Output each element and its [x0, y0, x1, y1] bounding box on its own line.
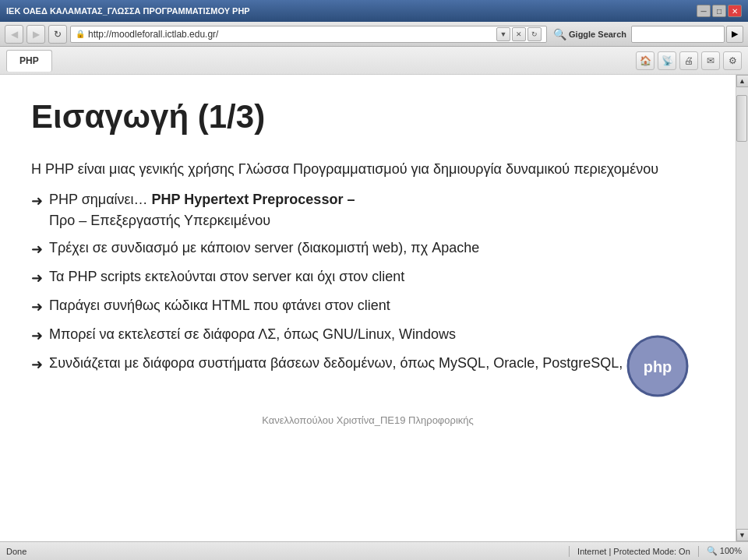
refresh-button[interactable]: ↻	[48, 25, 67, 44]
minimize-button[interactable]: ─	[697, 5, 711, 17]
address-buttons: ▼ ✕ ↻	[496, 27, 542, 41]
main-area: Εισαγωγή (1/3) Η PHP είναι μιας γενικής …	[0, 75, 748, 541]
status-zoom: 🔍 100%	[707, 546, 742, 556]
list-item: ➜ Παράγει συνήθως κώδικα HTML που φτάνει…	[31, 295, 704, 318]
list-item: ➜ Τρέχει σε συνδιασμό με κάποιον server …	[31, 238, 704, 260]
settings-button[interactable]: ⚙	[723, 51, 742, 70]
status-separator-1	[569, 546, 570, 557]
php-logo: php	[626, 335, 689, 397]
search-engine-label: 🔍 Giggle Search	[550, 28, 630, 41]
title-bar-text: ΙΕΚ ΟΑΕΔ ΚΑΛΑΜΑΤΑΣ_ΓΛΩΣΣΑ ΠΡΟΓΡΑΜΜΑΤΙΣΜΟ…	[6, 6, 697, 16]
address-clear-button[interactable]: ✕	[512, 27, 526, 41]
mail-button[interactable]: ✉	[701, 51, 720, 70]
status-protection: Internet | Protected Mode: On	[577, 547, 690, 556]
scroll-thumb[interactable]	[736, 95, 747, 142]
content-body: Η PHP είναι μιας γενικής χρήσης Γλώσσα Π…	[31, 159, 704, 428]
intro-paragraph: Η PHP είναι μιας γενικής χρήσης Γλώσσα Π…	[31, 159, 704, 180]
item-text-2: Τρέχει σε συνδιασμό με κάποιον server (δ…	[49, 238, 479, 259]
rss-button[interactable]: 📡	[658, 51, 676, 70]
nav-bar: ◀ ▶ ↻ 🔒 http://moodleforall.ictlab.edu.g…	[0, 22, 748, 47]
content-wrapper: Εισαγωγή (1/3) Η PHP είναι μιας γενικής …	[31, 98, 704, 428]
list-item: ➜ Τα PHP scripts εκτελούνται στον server…	[31, 266, 704, 289]
list-item: ➜ Συνδιάζεται με διάφορα συστήματα βάσεω…	[31, 353, 704, 375]
search-area: 🔍 Giggle Search ▶	[550, 26, 743, 43]
close-button[interactable]: ✕	[728, 5, 742, 17]
item-text-5: Μπορεί να εκτελεστεί σε διάφορα ΛΣ, όπως…	[49, 324, 456, 345]
forward-button[interactable]: ▶	[26, 25, 45, 44]
home-button[interactable]: 🏠	[636, 51, 654, 70]
scroll-track[interactable]	[736, 87, 749, 529]
status-separator-2	[698, 546, 699, 557]
scroll-down-button[interactable]: ▼	[736, 529, 749, 541]
item-text-6: Συνδιάζεται με διάφορα συστήματα βάσεων …	[49, 353, 667, 374]
item-text-1: PHP σημαίνει… PHP Hypertext Preprocessor…	[49, 189, 355, 231]
svg-text:php: php	[644, 358, 672, 375]
item-text-4: Παράγει συνήθως κώδικα HTML που φτάνει σ…	[49, 295, 390, 316]
search-label-text: Giggle Search	[569, 30, 626, 39]
lock-icon: 🔒	[76, 30, 85, 38]
php-tab[interactable]: PHP	[6, 50, 52, 72]
list-item: ➜ PHP σημαίνει… PHP Hypertext Preprocess…	[31, 189, 704, 231]
scroll-up-button[interactable]: ▲	[736, 75, 749, 87]
title-bar: ΙΕΚ ΟΑΕΔ ΚΑΛΑΜΑΤΑΣ_ΓΛΩΣΣΑ ΠΡΟΓΡΑΜΜΑΤΙΣΜΟ…	[0, 0, 748, 22]
arrow-icon-6: ➜	[31, 354, 43, 375]
window-controls: ─ □ ✕	[697, 5, 742, 17]
content-area: Εισαγωγή (1/3) Η PHP είναι μιας γενικής …	[0, 75, 736, 541]
print-button[interactable]: 🖨	[679, 51, 698, 70]
status-done: Done	[6, 547, 561, 556]
search-input[interactable]	[631, 26, 725, 43]
address-bar: 🔒 http://moodleforall.ictlab.edu.gr/ ▼ ✕…	[70, 26, 547, 43]
search-go-button[interactable]: ▶	[726, 26, 743, 43]
arrow-icon-1: ➜	[31, 191, 43, 212]
page-title: Εισαγωγή (1/3)	[31, 98, 704, 136]
php-tab-label: PHP	[19, 55, 39, 66]
toolbar-bar: PHP 🏠 📡 🖨 ✉ ⚙	[0, 47, 748, 75]
arrow-icon-3: ➜	[31, 268, 43, 289]
scrollbar[interactable]: ▲ ▼	[736, 75, 748, 541]
arrow-icon-2: ➜	[31, 239, 43, 260]
footer-credit: Κανελλοπούλου Χριστίνα_ΠΕ19 Πληροφορικής	[31, 413, 704, 428]
arrow-icon-5: ➜	[31, 326, 43, 347]
arrow-icon-4: ➜	[31, 297, 43, 318]
address-dropdown-button[interactable]: ▼	[496, 27, 510, 41]
address-text: http://moodleforall.ictlab.edu.gr/	[88, 29, 493, 40]
address-refresh-button[interactable]: ↻	[527, 27, 542, 41]
maximize-button[interactable]: □	[712, 5, 726, 17]
toolbar-right: 🏠 📡 🖨 ✉ ⚙	[636, 51, 742, 70]
back-button[interactable]: ◀	[5, 25, 23, 44]
item-text-3: Τα PHP scripts εκτελούνται στον server κ…	[49, 266, 404, 287]
status-bar: Done Internet | Protected Mode: On 🔍 100…	[0, 541, 748, 560]
